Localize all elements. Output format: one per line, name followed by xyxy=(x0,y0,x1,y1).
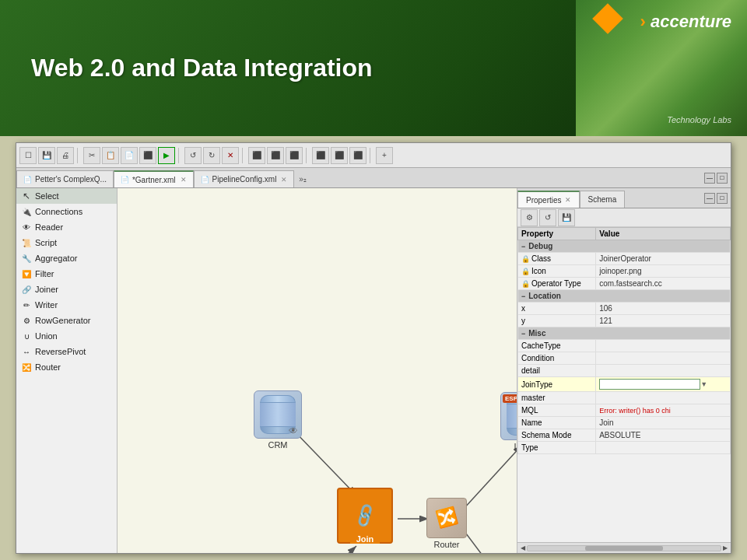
sep1 xyxy=(77,148,80,163)
node-router[interactable]: 🔀 Router xyxy=(426,498,467,549)
section-debug[interactable]: −Debug xyxy=(518,240,731,253)
props-tab-properties[interactable]: Properties ✕ xyxy=(517,191,580,208)
cut-btn[interactable]: ✂ xyxy=(83,147,100,164)
sep3 xyxy=(242,148,245,163)
copy-btn[interactable]: 📋 xyxy=(102,147,119,164)
palette-union[interactable]: ∪ Union xyxy=(16,328,117,344)
palette-aggregator[interactable]: 🔧 Aggregator xyxy=(16,250,117,266)
delete-btn[interactable]: ⬛ xyxy=(139,147,156,164)
svg-line-4 xyxy=(464,445,517,509)
canvas[interactable]: 👁 CRM ESP ✏ Index xyxy=(117,188,517,553)
prop-schemamode: Schema Mode ABSOLUTE xyxy=(518,429,731,442)
prop-jointype[interactable]: JoinType ▼ xyxy=(518,377,731,392)
palette-rowgenerator[interactable]: ⚙ RowGenerator xyxy=(16,313,117,328)
zoom-out-btn[interactable]: ⬛ xyxy=(267,147,284,164)
palette-connections-label: Connections xyxy=(35,207,82,216)
sep2 xyxy=(178,148,181,163)
svg-line-2 xyxy=(293,546,356,553)
fit-btn[interactable]: ⬛ xyxy=(286,147,303,164)
layout-btn[interactable]: ⬛ xyxy=(312,147,329,164)
props-table: Property Value −Debug 🔒Class Joine xyxy=(517,227,731,542)
section-misc[interactable]: −Misc xyxy=(518,327,731,340)
filter-icon: 🔽 xyxy=(21,268,32,279)
palette-connections[interactable]: 🔌 Connections xyxy=(16,204,117,219)
prop-y: y 121 xyxy=(518,315,731,327)
prop-master: master xyxy=(518,392,731,404)
palette-router[interactable]: 🔀 Router xyxy=(16,359,117,375)
props-btn-2[interactable]: ↺ xyxy=(539,209,556,226)
prop-optype: 🔒Operator Type com.fastsearch.cc xyxy=(518,278,731,290)
sep4 xyxy=(306,148,309,163)
tab-gartner[interactable]: 📄 *Gartner.xml ✕ xyxy=(114,170,194,187)
reversepivot-icon: ↔ xyxy=(21,346,32,357)
connections-icon: 🔌 xyxy=(21,206,32,217)
scroll-track[interactable] xyxy=(527,545,721,551)
palette-joiner[interactable]: 🔗 Joiner xyxy=(16,282,117,297)
new-file-btn[interactable]: ☐ xyxy=(19,147,37,164)
cursor-icon: ↖ xyxy=(21,191,32,201)
tab-petter-label: Petter's ComplexQ... xyxy=(35,175,107,184)
union-icon: ∪ xyxy=(21,331,32,341)
tab-petter-icon: 📄 xyxy=(23,176,32,184)
redo-btn[interactable]: ↻ xyxy=(203,147,220,164)
sep5 xyxy=(370,148,373,163)
tab-gartner-icon: 📄 xyxy=(121,176,129,184)
tab-pipeline[interactable]: 📄 PipelineConfig.xml ✕ xyxy=(194,170,295,187)
zoom-in-btn[interactable]: ⬛ xyxy=(248,147,265,164)
col-property: Property xyxy=(518,228,596,240)
add-btn[interactable]: + xyxy=(376,147,393,164)
reader-icon: 👁 xyxy=(21,222,32,233)
props-tab-schema[interactable]: Schema xyxy=(580,191,626,208)
props-tab-close[interactable]: ✕ xyxy=(565,196,571,204)
node-crm[interactable]: 👁 CRM xyxy=(254,390,302,450)
paste-btn[interactable]: 📄 xyxy=(121,147,138,164)
palette-joiner-label: Joiner xyxy=(35,285,58,294)
palette-rowgenerator-label: RowGenerator xyxy=(35,316,91,325)
tab-gartner-label: *Gartner.xml xyxy=(132,176,176,184)
prop-detail: detail xyxy=(518,365,731,377)
jointype-input[interactable] xyxy=(599,379,700,390)
minimize-btn[interactable]: — xyxy=(704,173,715,184)
scroll-thumb[interactable] xyxy=(585,546,662,551)
tab-petter[interactable]: 📄 Petter's ComplexQ... xyxy=(16,170,114,187)
props-minimize-btn[interactable]: — xyxy=(704,193,715,204)
grid-btn[interactable]: ⬛ xyxy=(331,147,348,164)
workspace: ↖ Select 🔌 Connections 👁 Reader 📜 Script… xyxy=(16,188,731,553)
print-btn[interactable]: 🖨 xyxy=(57,147,74,164)
script-icon: 📜 xyxy=(21,237,32,248)
palette-writer[interactable]: ✏ Writer xyxy=(16,297,117,313)
palette-reader[interactable]: 👁 Reader xyxy=(16,219,117,235)
accenture-logo: › accenture xyxy=(640,12,731,32)
palette-filter[interactable]: 🔽 Filter xyxy=(16,266,117,282)
undo-btn[interactable]: ↺ xyxy=(184,147,202,164)
snap-btn[interactable]: ⬛ xyxy=(349,147,366,164)
orange-diamond xyxy=(592,3,623,34)
prop-x: x 106 xyxy=(518,303,731,315)
jointype-dropdown[interactable]: ▼ xyxy=(700,380,707,388)
palette-select[interactable]: ↖ Select xyxy=(16,188,117,204)
tab-pipeline-close[interactable]: ✕ xyxy=(281,176,287,184)
scroll-left-btn[interactable]: ◀ xyxy=(519,544,527,551)
stop-btn[interactable]: ✕ xyxy=(222,147,239,164)
tab-overflow[interactable]: »₂ xyxy=(294,170,311,187)
writer-icon: ✏ xyxy=(21,299,32,310)
aggregator-icon: 🔧 xyxy=(21,253,32,264)
maximize-btn[interactable]: □ xyxy=(717,173,728,184)
palette-writer-label: Writer xyxy=(35,300,58,310)
node-join[interactable]: 🔗 Join xyxy=(337,488,393,544)
node-index[interactable]: ESP ✏ Index xyxy=(500,392,517,451)
props-maximize-btn[interactable]: □ xyxy=(717,193,728,204)
props-btn-1[interactable]: ⚙ xyxy=(521,209,538,226)
scroll-right-btn[interactable]: ▶ xyxy=(721,544,729,551)
palette-script[interactable]: 📜 Script xyxy=(16,235,117,250)
palette-router-label: Router xyxy=(35,362,61,372)
tab-gartner-close[interactable]: ✕ xyxy=(181,176,187,184)
section-location[interactable]: −Location xyxy=(518,290,731,303)
run-btn[interactable]: ▶ xyxy=(158,147,175,164)
tab-pipeline-icon: 📄 xyxy=(201,176,209,184)
crm-eye-icon: 👁 xyxy=(289,425,298,436)
props-scrollbar[interactable]: ◀ ▶ xyxy=(517,542,731,553)
palette-reversepivot[interactable]: ↔ ReversePivot xyxy=(16,344,117,359)
save-btn[interactable]: 💾 xyxy=(38,147,55,164)
props-btn-3[interactable]: 💾 xyxy=(558,209,575,226)
